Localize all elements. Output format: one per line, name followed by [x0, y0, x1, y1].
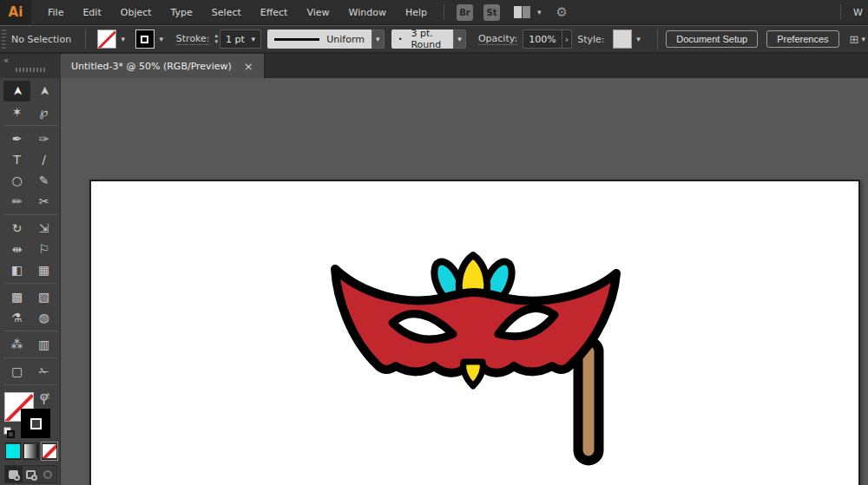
ellipse-tool[interactable]: ○ — [3, 170, 30, 191]
graphic-style-swatch[interactable] — [613, 29, 632, 49]
apply-color-button[interactable] — [5, 442, 21, 460]
apply-none-button[interactable] — [42, 442, 57, 460]
menu-item-view[interactable]: View — [297, 0, 339, 25]
magic-wand-tool[interactable]: ✶ — [3, 102, 30, 122]
document-tab[interactable]: Untitled-3* @ 50% (RGB/Preview) × — [61, 54, 265, 78]
opacity-panel-link[interactable]: Opacity: — [478, 33, 517, 45]
stock-button[interactable]: St — [483, 4, 500, 21]
scale-tool[interactable]: ⇲ — [30, 218, 57, 239]
menu-item-select[interactable]: Select — [202, 0, 251, 25]
style-dropdown-chevron-icon[interactable]: ▾ — [632, 29, 646, 49]
menu-items: FileEditObjectTypeSelectEffectViewWindow… — [38, 0, 437, 25]
drawing-mode-buttons — [4, 465, 57, 483]
width-tool-icon: ⇹ — [12, 242, 23, 256]
line-segment-tool[interactable]: ∕ — [30, 149, 57, 170]
gpu-performance-icon[interactable]: ⚙ — [556, 4, 568, 20]
width-profile-dropdown[interactable]: Uniform — [267, 29, 372, 49]
apply-gradient-button[interactable] — [23, 442, 39, 460]
puppet-warp-tool[interactable]: ⚐ — [30, 239, 57, 259]
menu-item-type[interactable]: Type — [161, 0, 202, 25]
lasso-tool[interactable]: ℘ — [30, 102, 57, 122]
selection-tool[interactable]: ➤ — [3, 81, 30, 102]
stroke-proxy-swatch[interactable] — [21, 409, 50, 438]
eyedropper-tool[interactable]: ⚗ — [3, 307, 30, 328]
curvature-tool-icon: ✑ — [39, 132, 49, 146]
draw-behind-mode-button[interactable] — [23, 466, 40, 482]
fill-dropdown-chevron-icon[interactable]: ▾ — [116, 29, 130, 49]
bridge-button[interactable]: Br — [457, 4, 473, 21]
type-tool[interactable]: T — [3, 149, 30, 170]
mask-artwork[interactable] — [324, 250, 628, 471]
blend-tool[interactable]: ◍ — [30, 307, 57, 328]
shape-builder-tool[interactable]: ◧ — [3, 259, 30, 280]
swap-fill-stroke-icon[interactable]: ⇄ — [42, 390, 49, 402]
tool-group-separator — [3, 280, 57, 284]
brush-definition-dropdown[interactable]: • 3 pt. Round — [391, 29, 454, 49]
stepper-down-icon[interactable]: ▾ — [215, 39, 219, 45]
chevron-down-icon[interactable]: ▾ — [252, 35, 256, 43]
chevron-down-icon[interactable]: ▾ — [861, 35, 865, 43]
app-logo: Ai — [0, 0, 31, 25]
pencil-tool-icon: ✏ — [12, 194, 23, 208]
control-bar-grip[interactable] — [2, 29, 6, 49]
menu-item-effect[interactable]: Effect — [251, 0, 298, 25]
tools-grid: ➤➤✶℘✒✑T∕○✎✏✂↻⇲⇹⚐◧▦▩▧⚗◍⁂▥▢✁☝⚲ — [3, 81, 57, 409]
stroke-color-swatch[interactable] — [135, 29, 155, 49]
lasso-tool-icon: ℘ — [40, 105, 49, 119]
tool-group-separator — [3, 122, 57, 126]
chevron-down-icon[interactable]: ▾ — [537, 8, 542, 16]
mask-bottom-drop[interactable] — [464, 362, 483, 386]
preferences-button[interactable]: Preferences — [766, 30, 838, 48]
stroke-panel-link[interactable]: Stroke: — [176, 33, 210, 45]
tool-group-separator — [3, 382, 57, 385]
document-setup-button[interactable]: Document Setup — [666, 30, 758, 48]
slice-tool[interactable]: ✁ — [30, 361, 57, 382]
stroke-weight-field[interactable]: 1 pt ▾ — [220, 29, 261, 49]
opacity-more-button[interactable]: › — [562, 29, 573, 49]
menu-item-edit[interactable]: Edit — [73, 0, 110, 25]
draw-normal-mode-button[interactable] — [5, 466, 23, 482]
default-fill-stroke-icon[interactable] — [3, 427, 16, 439]
paintbrush-tool[interactable]: ✎ — [30, 170, 57, 191]
stroke-dropdown-chevron-icon[interactable]: ▾ — [155, 29, 168, 49]
direct-selection-tool[interactable]: ➤ — [30, 81, 57, 102]
menu-item-file[interactable]: File — [38, 0, 73, 25]
column-graph-tool-icon: ▥ — [38, 338, 49, 351]
symbol-sprayer-tool[interactable]: ⁂ — [3, 334, 30, 355]
collapse-panel-icon[interactable]: « — [3, 56, 9, 65]
arrange-documents-icon[interactable] — [514, 6, 531, 18]
column-graph-tool[interactable]: ▥ — [30, 334, 57, 355]
line-segment-tool-icon: ∕ — [42, 153, 46, 167]
gradient-tool[interactable]: ▧ — [30, 286, 57, 307]
width-profile-value: Uniform — [326, 34, 365, 45]
stroke-weight-stepper[interactable]: ▴ ▾ — [215, 33, 219, 45]
symbol-sprayer-tool-icon: ⁂ — [11, 338, 23, 351]
panel-dock-icon[interactable]: ⊞ — [850, 33, 859, 46]
menu-item-object[interactable]: Object — [111, 0, 161, 25]
ellipse-tool-icon: ○ — [11, 174, 22, 187]
scissors-tool[interactable]: ✂ — [30, 191, 57, 212]
pencil-tool[interactable]: ✏ — [3, 191, 30, 212]
toolbar-grip-dots[interactable] — [16, 68, 45, 72]
fill-color-swatch[interactable] — [97, 29, 116, 49]
menu-item-window[interactable]: Window — [339, 0, 396, 25]
width-tool[interactable]: ⇹ — [3, 239, 30, 259]
rotate-tool[interactable]: ↻ — [3, 218, 30, 239]
perspective-grid-tool[interactable]: ▦ — [30, 259, 57, 280]
menu-item-help[interactable]: Help — [396, 0, 437, 25]
mesh-tool[interactable]: ▩ — [3, 286, 30, 307]
mesh-tool-icon: ▩ — [11, 290, 23, 304]
pen-tool[interactable]: ✒ — [3, 128, 30, 149]
brush-definition-chevron-icon[interactable]: ▾ — [453, 29, 466, 49]
draw-inside-mode-button[interactable] — [39, 466, 56, 482]
width-profile-preview — [274, 38, 319, 41]
width-profile-chevron-icon[interactable]: ▾ — [372, 29, 385, 49]
curvature-tool[interactable]: ✑ — [30, 128, 57, 149]
artboard-tool[interactable]: ▢ — [3, 361, 30, 382]
opacity-field[interactable]: 100% — [523, 29, 562, 49]
tab-close-icon[interactable]: × — [244, 60, 253, 73]
workspace-switcher-partial[interactable]: W — [848, 7, 868, 18]
canvas-area[interactable] — [61, 78, 868, 485]
brush-definition-value: 3 pt. Round — [411, 28, 446, 50]
divider — [657, 29, 658, 49]
